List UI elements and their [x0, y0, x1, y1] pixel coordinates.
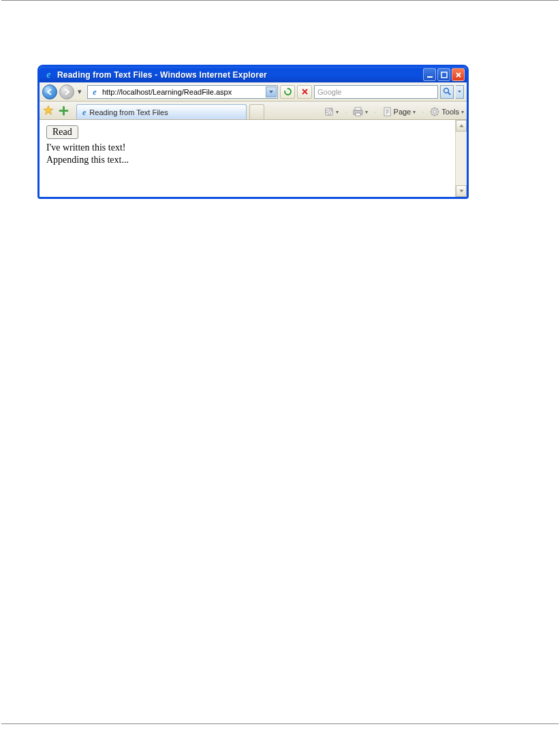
- page-rule: [1, 0, 559, 1]
